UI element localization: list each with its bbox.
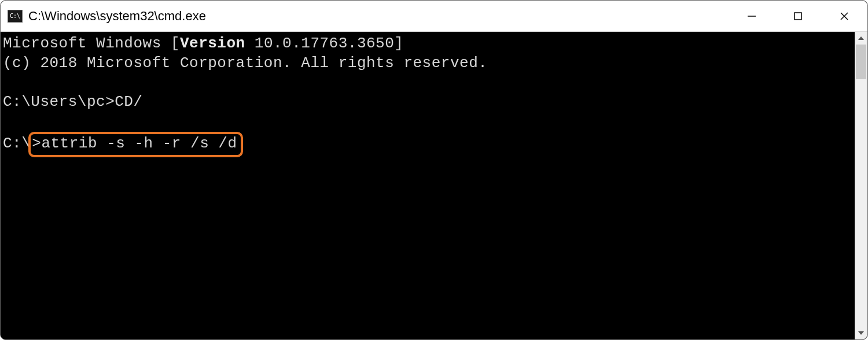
banner-line-1-pre: Microsoft Windows [ [3, 35, 180, 52]
scroll-track[interactable] [855, 45, 867, 327]
scroll-up-arrow-icon[interactable] [855, 32, 867, 45]
cmd-icon: C:\ [8, 10, 23, 23]
window-title: C:\Windows\system32\cmd.exe [28, 9, 729, 24]
svg-rect-1 [795, 13, 801, 20]
maximize-icon [793, 11, 803, 21]
cmd-window: C:\ C:\Windows\system32\cmd.exe Microsof… [0, 0, 868, 340]
highlighted-command: >attrib -s -h -r /s /d [28, 132, 242, 157]
terminal-output[interactable]: Microsoft Windows [Version 10.0.17763.36… [1, 32, 855, 339]
vertical-scrollbar[interactable] [855, 32, 867, 339]
window-controls [729, 1, 867, 31]
titlebar[interactable]: C:\ C:\Windows\system32\cmd.exe [1, 1, 867, 32]
close-button[interactable] [821, 1, 867, 31]
scroll-thumb[interactable] [856, 45, 866, 79]
maximize-button[interactable] [775, 1, 821, 31]
prompt-cd-line: C:\Users\pc>CD/ [3, 93, 143, 110]
svg-marker-5 [858, 331, 864, 335]
window-body: Microsoft Windows [Version 10.0.17763.36… [1, 32, 867, 339]
svg-marker-4 [858, 36, 864, 40]
prompt-attrib-prefix: C:\ [3, 135, 31, 152]
scroll-down-arrow-icon[interactable] [855, 327, 867, 339]
minimize-icon [746, 11, 757, 21]
minimize-button[interactable] [729, 1, 775, 31]
banner-line-1-post: 10.0.17763.3650] [245, 35, 404, 52]
close-icon [839, 11, 849, 21]
banner-line-2: (c) 2018 Microsoft Corporation. All righ… [3, 54, 487, 72]
banner-version-word: Version [180, 35, 245, 52]
